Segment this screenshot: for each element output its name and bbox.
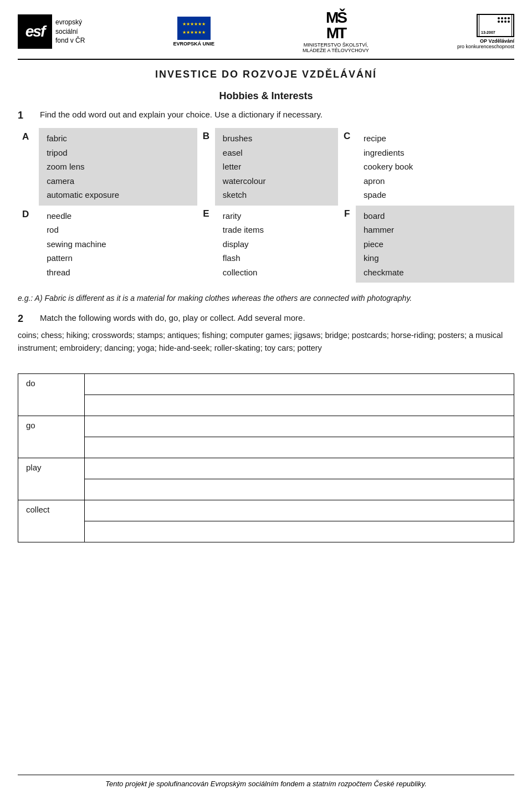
exercise1-header: 1 Find the odd word out and explain your… (18, 110, 514, 121)
svg-point-4 (508, 17, 510, 19)
table-row: do (18, 374, 514, 395)
col-words-e: rarity trade items display flash collect… (215, 206, 338, 283)
table-row: go (18, 416, 514, 437)
exercise2-number: 2 (18, 313, 30, 325)
example-text: e.g.: A) Fabric is different as it is a … (18, 293, 514, 304)
list-item: needle (47, 209, 190, 223)
list-item: tripod (47, 146, 190, 160)
match-cell[interactable] (85, 437, 514, 458)
svg-point-7 (504, 21, 507, 23)
op-label2: pro konkurenceschopnost (457, 44, 514, 49)
match-label-go: go (18, 416, 85, 458)
match-cell[interactable] (85, 416, 514, 437)
col-label-d: D (18, 206, 39, 283)
exercise1-number: 1 (18, 110, 30, 121)
col-words-f: board hammer piece king checkmate (356, 206, 514, 283)
list-item: watercolour (223, 174, 330, 188)
table-row (18, 437, 514, 458)
match-label-collect: collect (18, 500, 85, 542)
match-label-do: do (18, 374, 85, 416)
table-row (18, 479, 514, 500)
match-label-play: play (18, 458, 85, 500)
msmt-icon: MŠMT (326, 10, 346, 41)
page-title: INVESTICE DO ROZVOJE VZDĚLÁVÁNÍ (18, 69, 514, 80)
list-item: spade (364, 188, 507, 202)
eu-label: EVROPSKÁ UNIE (173, 41, 214, 47)
list-item: ingredients (364, 146, 507, 160)
list-item: recipe (364, 131, 507, 146)
footer: Tento projekt je spolufinancován Evropsk… (18, 775, 514, 788)
exercise1-instruction: Find the odd word out and explain your c… (40, 110, 323, 119)
list-item: king (364, 251, 507, 265)
list-item: automatic exposure (47, 188, 190, 202)
esf-logo: esf evropský sociální fond v ČR (18, 14, 85, 49)
op-label1: OP Vzdělávání (480, 38, 514, 44)
match-cell[interactable] (85, 500, 514, 521)
col-words-d: needle rod sewing machine pattern thread (39, 206, 197, 283)
spacer3: E (197, 206, 215, 283)
svg-point-8 (508, 21, 510, 23)
list-item: camera (47, 174, 190, 188)
list-item: sketch (223, 188, 330, 202)
spacer: B (197, 128, 215, 206)
list-item: fabric (47, 131, 190, 146)
list-item: collection (223, 265, 330, 280)
match-cell[interactable] (85, 374, 514, 395)
col-words-c: recipe ingredients cookery book apron sp… (356, 128, 514, 206)
svg-text:13-2007: 13-2007 (481, 30, 495, 34)
col-words-a: fabric tripod zoom lens camera automatic… (39, 128, 197, 206)
words-pool: coins; chess; hiking; crosswords; stamps… (18, 329, 514, 355)
svg-point-1 (498, 17, 500, 19)
list-item: trade items (223, 223, 330, 237)
list-item: apron (364, 174, 507, 188)
list-item: cookery book (364, 160, 507, 174)
word-table: A fabric tripod zoom lens camera automat… (18, 128, 514, 283)
list-item: rod (47, 223, 190, 237)
page: esf evropský sociální fond v ČR ★★★★★ ★★… (0, 0, 532, 799)
col-label-a: A (18, 128, 39, 206)
list-item: easel (223, 146, 330, 160)
list-item: board (364, 209, 507, 223)
list-item: flash (223, 251, 330, 265)
list-item: brushes (223, 131, 330, 146)
table-row: play (18, 458, 514, 479)
list-item: piece (364, 237, 507, 252)
eu-stars-icon: ★★★★★ ★★★★★ ★★ (177, 17, 211, 40)
list-item: thread (47, 265, 190, 280)
table-row (18, 521, 514, 542)
msmt-label2: MLÁDEŽE A TĚLOVÝCHOVY (303, 48, 369, 53)
spacer2: C (338, 128, 356, 206)
list-item: sewing machine (47, 237, 190, 252)
table-row: collect (18, 500, 514, 521)
list-item: letter (223, 160, 330, 174)
msmt-label1: MINISTERSTVO ŠKOLSTVÍ, (304, 42, 369, 48)
exercise2-instruction: Match the following words with do, go, p… (40, 313, 305, 322)
match-table: do go play (18, 373, 514, 542)
op-icon: 13-2007 (477, 14, 514, 37)
esf-icon: esf (18, 14, 52, 49)
match-cell[interactable] (85, 395, 514, 416)
table-row (18, 395, 514, 416)
match-cell[interactable] (85, 458, 514, 479)
section-title: Hobbies & Interests (18, 90, 514, 102)
match-cell[interactable] (85, 479, 514, 500)
esf-text: evropský sociální fond v ČR (55, 18, 85, 45)
svg-point-5 (498, 21, 500, 23)
svg-point-3 (504, 17, 507, 19)
header-logos: esf evropský sociální fond v ČR ★★★★★ ★★… (18, 10, 514, 60)
spacer4: F (338, 206, 356, 283)
exercise2-header: 2 Match the following words with do, go,… (18, 313, 514, 325)
msmt-logo: MŠMT MINISTERSTVO ŠKOLSTVÍ, MLÁDEŽE A TĚ… (303, 10, 369, 53)
col-words-b: brushes easel letter watercolour sketch (215, 128, 338, 206)
list-item: rarity (223, 209, 330, 223)
op-logo: 13-2007 OP Vzdělávání pro konkurencescho… (457, 14, 514, 49)
footer-text: Tento projekt je spolufinancován Evropsk… (105, 780, 427, 788)
svg-point-2 (501, 17, 503, 19)
list-item: hammer (364, 223, 507, 237)
list-item: zoom lens (47, 160, 190, 174)
svg-point-6 (501, 21, 503, 23)
eu-logo: ★★★★★ ★★★★★ ★★ EVROPSKÁ UNIE (173, 17, 214, 47)
list-item: display (223, 237, 330, 252)
match-cell[interactable] (85, 521, 514, 542)
list-item: pattern (47, 251, 190, 265)
